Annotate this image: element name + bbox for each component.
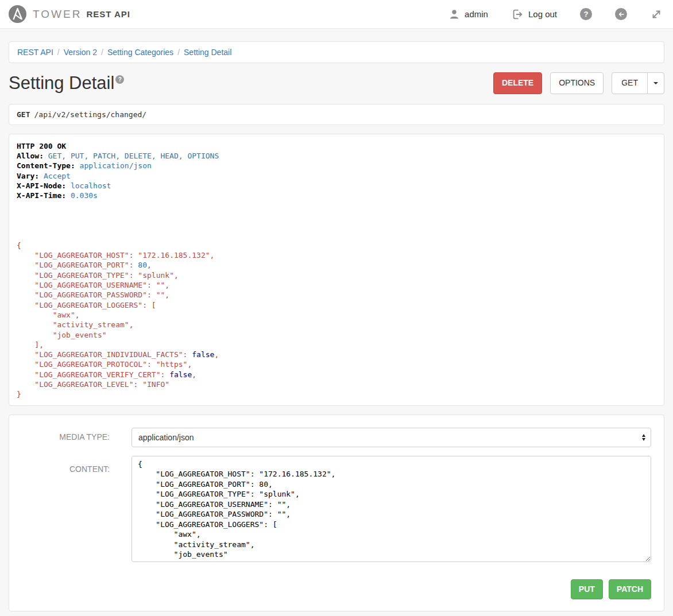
back-icon[interactable] — [615, 8, 627, 20]
breadcrumb-setting-categories[interactable]: Setting Categories — [107, 48, 173, 57]
put-button[interactable]: PUT — [571, 579, 603, 600]
page-title: Setting Detail? — [9, 73, 123, 93]
help-icon[interactable]: ? — [580, 8, 592, 20]
top-navbar: TOWER REST API admin Log out ? — [0, 0, 673, 29]
options-button[interactable]: OPTIONS — [550, 72, 604, 94]
logout-icon — [511, 8, 524, 21]
breadcrumb-rest-api[interactable]: REST API — [17, 48, 53, 57]
response-panel: HTTP 200 OK Allow: GET, PUT, PATCH, DELE… — [9, 134, 664, 406]
breadcrumb: REST API/Version 2/Setting Categories/Se… — [9, 41, 664, 63]
brand[interactable]: TOWER REST API — [9, 5, 130, 23]
chevron-down-icon — [653, 82, 658, 84]
response-body: HTTP 200 OK Allow: GET, PUT, PATCH, DELE… — [17, 141, 656, 400]
breadcrumb-separator: / — [173, 48, 184, 57]
get-button-group: GET — [612, 72, 664, 94]
request-path: /api/v2/settings/changed/ — [34, 110, 146, 119]
brand-tower-label: TOWER — [33, 8, 82, 21]
delete-button[interactable]: DELETE — [493, 72, 542, 94]
user-icon — [448, 9, 460, 20]
back-arrow-glyph — [618, 11, 625, 18]
logout-label: Log out — [528, 9, 557, 19]
breadcrumb-separator: / — [97, 48, 107, 57]
media-type-label: MEDIA TYPE: — [9, 428, 131, 447]
username-label: admin — [465, 9, 488, 19]
content-form: MEDIA TYPE: application/json CONTENT: { … — [9, 414, 664, 612]
request-method: GET — [17, 110, 30, 119]
content-textarea[interactable]: { "LOG_AGGREGATOR_HOST": "172.16.185.132… — [131, 456, 651, 562]
breadcrumb-version-2[interactable]: Version 2 — [64, 48, 97, 57]
brand-restapi-label: REST API — [86, 9, 130, 19]
get-dropdown-button[interactable] — [647, 72, 664, 94]
breadcrumb-setting-detail[interactable]: Setting Detail — [184, 48, 231, 57]
media-type-select[interactable]: application/json — [131, 428, 651, 447]
user-menu[interactable]: admin — [448, 9, 488, 20]
content-label: CONTENT: — [9, 456, 131, 564]
title-help-icon[interactable]: ? — [115, 75, 124, 84]
expand-icon[interactable] — [650, 8, 663, 21]
tower-logo-icon — [9, 5, 26, 23]
breadcrumb-separator: / — [53, 48, 64, 57]
logout-button[interactable]: Log out — [511, 8, 557, 21]
get-button[interactable]: GET — [612, 72, 648, 94]
patch-button[interactable]: PATCH — [609, 579, 651, 600]
request-line: GET/api/v2/settings/changed/ — [9, 104, 664, 125]
